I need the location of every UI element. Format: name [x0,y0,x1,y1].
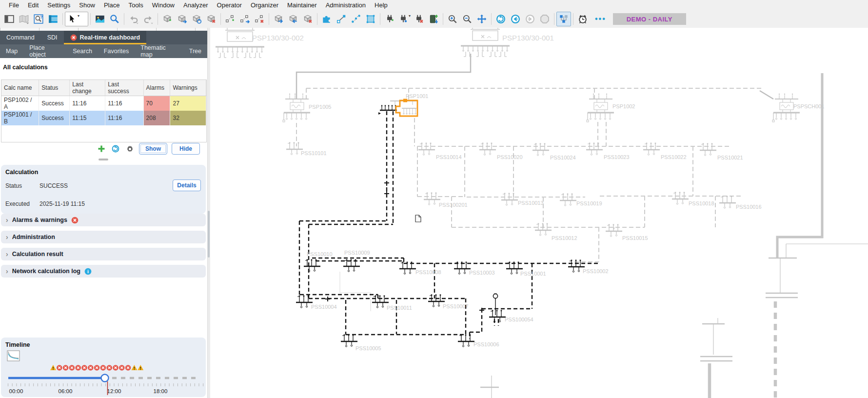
warning-marker-icon[interactable] [131,365,137,370]
profile-badge[interactable]: DEMO - DAILY [613,13,686,25]
error-marker-icon[interactable] [119,365,125,371]
warning-marker-icon[interactable] [138,365,143,370]
column-header-calc-name[interactable]: Calc name [1,80,39,96]
section-network-calculation-log[interactable]: ›Network calculation logi [1,265,206,278]
bus-PSS10016[interactable] [719,196,736,209]
list-view-button[interactable] [46,12,60,26]
map-button[interactable] [17,12,31,26]
image-tool-button[interactable] [93,12,107,26]
bus-PSS10014[interactable] [418,143,435,156]
redo-button[interactable] [141,12,156,26]
subtab-search[interactable]: Search [67,48,98,55]
zoom-help-button[interactable]: ? [31,12,46,26]
section-alarms-warnings[interactable]: ›Alarms & warnings [1,214,206,226]
cursor-select-button[interactable]: ▾ [65,12,88,26]
search-button[interactable] [107,12,122,26]
section-administration[interactable]: ›Administration [1,231,206,243]
table-row[interactable]: PSP1001 / BSuccess11:1511:1620832 [1,111,206,125]
menu-item-edit[interactable]: Edit [23,0,43,10]
alarm-clock-button[interactable] [575,12,590,26]
menu-item-operator[interactable]: Operator [213,0,246,10]
splitter-handle[interactable] [99,159,108,160]
menu-item-maintainer[interactable]: Maintainer [283,0,321,10]
error-marker-icon[interactable] [113,365,118,371]
substation-PSP1002[interactable] [587,94,614,122]
error-marker-icon[interactable] [81,365,87,371]
bus-PSS10006[interactable] [458,335,474,347]
puzzle-button[interactable] [319,12,334,26]
cube-add-button[interactable] [160,12,175,26]
box-import-button[interactable] [286,12,300,26]
box-export-button[interactable] [271,12,286,26]
menu-item-analyzer[interactable]: Analyzer [179,0,213,10]
line-segment-button[interactable] [334,12,349,26]
stop-octagon-button[interactable] [537,12,552,26]
column-header-last-success[interactable]: Last success [105,80,143,96]
node-arrow-button[interactable] [237,12,252,26]
timeline-slider[interactable]: 00:0006:0012:0018:00 [1,360,206,397]
menu-item-window[interactable]: Window [148,0,179,10]
bus-PSS10019[interactable] [560,194,576,206]
bus-PSS100054[interactable] [489,310,506,323]
bus-PSS10018[interactable] [672,192,689,205]
column-header-last-change[interactable]: Last change [70,80,105,96]
add-calculation-button[interactable] [97,144,106,154]
show-button[interactable]: Show [139,143,167,155]
error-marker-icon[interactable] [57,365,62,371]
node-add-button[interactable] [223,12,237,26]
subtab-favorites[interactable]: Favorites [98,48,135,55]
bus-PSS10024[interactable] [533,143,549,156]
node-delete-button[interactable] [252,12,267,26]
plug-menu-button[interactable]: ▾ [397,12,412,26]
error-marker-icon[interactable] [94,365,100,371]
menu-item-file[interactable]: File [4,0,23,10]
plug-add-button[interactable] [382,12,397,26]
zoom-out-button[interactable] [460,12,474,26]
subtab-thematic-map[interactable]: Thematic map [135,44,183,58]
menu-item-help[interactable]: Help [370,0,392,10]
error-marker-icon[interactable] [100,365,106,371]
bus-PSS10023[interactable] [586,143,603,156]
substation-PSP130-30-001[interactable] [461,28,510,57]
tab-sdi[interactable]: SDI [41,31,64,44]
menu-item-settings[interactable]: Settings [43,0,75,10]
settings-gear-button[interactable] [125,144,135,154]
warning-marker-icon[interactable] [50,365,56,370]
subtab-map[interactable]: Map [0,48,23,55]
bus-PSS10011[interactable] [372,296,389,308]
tab-command[interactable]: Command [0,31,41,44]
error-marker-icon[interactable] [63,365,69,371]
bus-PSS10021[interactable] [700,143,716,156]
bus-PSS100201[interactable] [424,193,440,205]
bus-PSS10005[interactable] [341,335,357,347]
subtab-place-object[interactable]: Place object [23,44,67,58]
tab-real-time-dashboard[interactable]: Real-time dashboard [64,31,147,44]
forward-circle-button[interactable] [523,12,537,26]
menu-item-place[interactable]: Place [99,0,124,10]
swap-door-button[interactable] [426,12,441,26]
network-map[interactable]: PSP130/30-002PSP130/30-001PSP1005PSP1002… [210,28,868,398]
cube-delete-button[interactable] [204,12,218,26]
plug-remove-button[interactable] [412,12,426,26]
panel-scrollbar-thumb[interactable] [208,211,210,258]
error-marker-icon[interactable] [125,365,131,371]
menu-item-tools[interactable]: Tools [124,0,147,10]
slider-handle[interactable] [101,375,109,382]
column-header-warnings[interactable]: Warnings [170,80,206,96]
table-row[interactable]: PSP1002 / ASuccess11:1611:167027 [1,96,206,111]
flowchart-button[interactable] [556,12,571,26]
menu-item-show[interactable]: Show [75,0,99,10]
error-marker-icon[interactable] [106,365,112,371]
hide-button[interactable]: Hide [172,143,200,155]
select-rect-button[interactable] [363,12,378,26]
error-marker-icon[interactable] [75,365,81,371]
column-header-status[interactable]: Status [39,80,70,96]
column-header-alarms[interactable]: Alarms [143,80,170,96]
subtab-tree[interactable]: Tree [183,48,207,55]
bus-PSS10101[interactable] [286,142,303,155]
refresh-calculations-button[interactable] [111,144,120,154]
bus-PSS10007[interactable] [428,295,445,307]
bus-PSS10020[interactable] [479,143,496,156]
pan-button[interactable] [474,12,489,26]
cube-arrow-button[interactable] [175,12,189,26]
